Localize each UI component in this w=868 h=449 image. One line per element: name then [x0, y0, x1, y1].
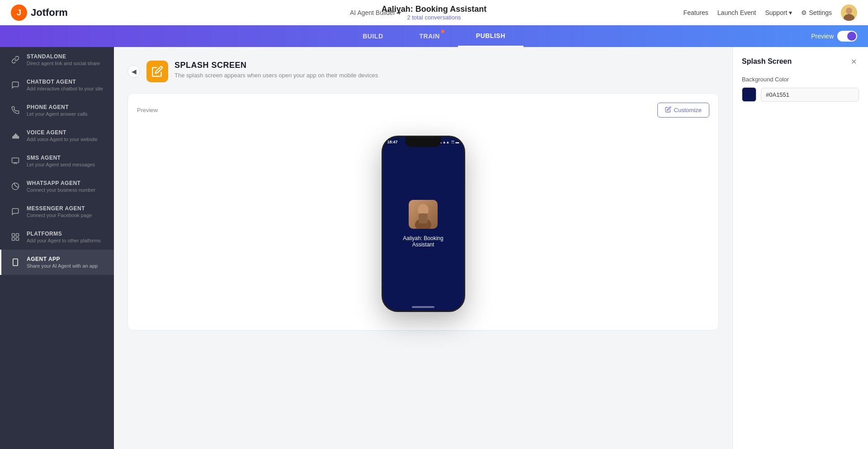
phone-preview: 18:47 ▲▲▲ ☶ ▬ — [137, 127, 709, 321]
preview-box: Preview Customize 18:47 — [127, 93, 719, 331]
tab-build[interactable]: BUILD — [344, 25, 401, 47]
agent-avatar — [409, 200, 438, 229]
jotform-logo-icon: J — [11, 5, 27, 21]
splash-title: SPLASH SCREEN — [175, 61, 378, 70]
agent-figure — [409, 200, 438, 229]
sidebar-item-voice[interactable]: VOICE AGENT Add voice Agent to your webs… — [0, 123, 114, 148]
phone-notch — [405, 137, 441, 147]
nav-tabs: BUILD TRAIN PUBLISH — [344, 25, 524, 47]
logo-text: Jotform — [31, 7, 68, 19]
color-picker-row — [742, 87, 859, 102]
avatar[interactable] — [841, 5, 857, 21]
tab-train[interactable]: TRAIN — [401, 25, 458, 47]
color-swatch[interactable] — [742, 87, 756, 102]
wifi-icon: ☶ — [451, 140, 454, 144]
back-button[interactable]: ◀ — [127, 65, 140, 78]
splash-header: ◀ SPLASH SCREEN The splash screen appear… — [127, 61, 719, 82]
svg-point-3 — [846, 8, 852, 14]
messenger-icon — [10, 207, 20, 217]
sidebar-item-messenger[interactable]: MESSENGER AGENT Connect your Facebook pa… — [0, 199, 114, 224]
launch-event-nav[interactable]: Launch Event — [717, 9, 756, 16]
page-title: Aaliyah: Booking Assistant — [382, 5, 486, 14]
preview-label-row: Preview Customize — [137, 103, 709, 118]
sms-icon — [10, 156, 20, 166]
splash-desc: The splash screen appears when users ope… — [175, 72, 378, 79]
sidebar: STANDALONE Direct agent link and social … — [0, 47, 114, 449]
support-nav[interactable]: Support ▾ — [765, 9, 792, 16]
sidebar-item-standalone[interactable]: STANDALONE Direct agent link and social … — [0, 47, 114, 72]
svg-rect-8 — [17, 135, 18, 139]
right-panel: Splash Screen ✕ Background Color — [732, 47, 868, 449]
phone-mockup: 18:47 ▲▲▲ ☶ ▬ — [382, 136, 465, 312]
splash-edit-icon — [151, 66, 163, 77]
voice-icon — [10, 131, 20, 141]
splash-icon-box — [146, 61, 168, 82]
svg-point-11 — [12, 183, 19, 190]
svg-rect-7 — [15, 134, 16, 139]
gear-icon: ⚙ — [801, 9, 807, 16]
header-right: Features Launch Event Support ▾ ⚙ Settin… — [684, 5, 857, 21]
phone-icon — [10, 105, 20, 115]
svg-rect-19 — [13, 259, 18, 266]
close-button[interactable]: ✕ — [848, 56, 859, 67]
train-dot — [441, 30, 444, 33]
preview-switch[interactable] — [837, 31, 857, 42]
svg-rect-16 — [16, 234, 19, 236]
svg-rect-5 — [13, 137, 14, 139]
svg-rect-15 — [12, 234, 15, 236]
battery-icon: ▬ — [456, 140, 459, 144]
agentapp-icon — [10, 257, 20, 267]
svg-text:J: J — [17, 8, 21, 17]
agent-name: Aaliyah: Booking Assistant — [392, 235, 455, 248]
svg-rect-10 — [12, 158, 19, 163]
link-icon — [10, 55, 20, 65]
sidebar-item-agentapp[interactable]: AGENT APP Share your AI Agent with an ap… — [0, 250, 114, 275]
svg-rect-23 — [419, 213, 428, 223]
preview-label: Preview — [137, 107, 158, 113]
panel-title: Splash Screen — [742, 57, 792, 66]
settings-button[interactable]: ⚙ Settings — [801, 9, 832, 16]
panel-header: Splash Screen ✕ — [742, 56, 859, 67]
phone-content: Aaliyah: Booking Assistant — [383, 137, 464, 311]
platforms-icon — [10, 232, 20, 242]
sidebar-item-platforms[interactable]: PLATFORMS Add your Agent to other platfo… — [0, 224, 114, 250]
svg-rect-9 — [18, 137, 19, 139]
svg-rect-18 — [16, 238, 19, 241]
chatbot-icon — [10, 80, 20, 90]
whatsapp-icon — [10, 181, 20, 191]
sidebar-item-chatbot[interactable]: CHATBOT AGENT Add interactive chatbot to… — [0, 72, 114, 98]
svg-rect-6 — [14, 135, 15, 139]
preview-toggle: Preview — [811, 31, 857, 42]
conversations-count: 2 total conversations — [382, 14, 486, 21]
svg-rect-17 — [12, 238, 15, 241]
header: J Jotform AI Agent Builder ▾ Aaliyah: Bo… — [0, 0, 868, 25]
color-input[interactable] — [761, 88, 859, 102]
sidebar-item-whatsapp[interactable]: WHATSAPP AGENT Connect your business num… — [0, 174, 114, 199]
phone-home-bar — [412, 306, 434, 308]
tab-publish[interactable]: PUBLISH — [458, 25, 524, 47]
logo[interactable]: J Jotform — [11, 5, 68, 21]
phone-status-icons: ▲▲▲ ☶ ▬ — [439, 140, 459, 144]
customize-button[interactable]: Customize — [657, 103, 709, 118]
sidebar-item-sms[interactable]: SMS AGENT Let your Agent send messages — [0, 148, 114, 174]
sidebar-item-phone[interactable]: PHONE AGENT Let your Agent answer calls — [0, 98, 114, 123]
customize-icon — [665, 106, 671, 114]
header-center: Aaliyah: Booking Assistant 2 total conve… — [382, 5, 486, 21]
toggle-knob — [847, 32, 856, 41]
content-area: ◀ SPLASH SCREEN The splash screen appear… — [114, 47, 732, 449]
nav-bar: BUILD TRAIN PUBLISH Preview — [0, 25, 868, 47]
features-nav[interactable]: Features — [684, 9, 708, 16]
user-avatar — [841, 5, 857, 21]
bg-color-label: Background Color — [742, 76, 859, 83]
main-layout: STANDALONE Direct agent link and social … — [0, 47, 868, 449]
